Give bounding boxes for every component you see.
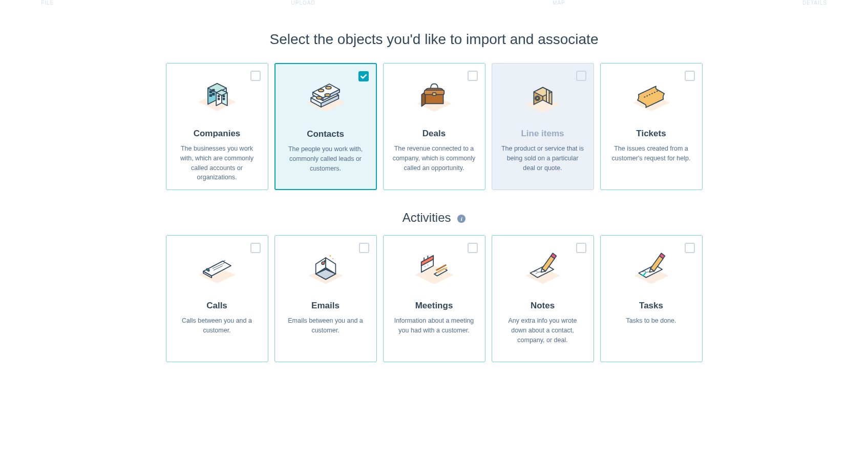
card-calls[interactable]: Calls Calls between you and a customer. <box>166 235 268 362</box>
activities-title: Activities i <box>0 211 868 225</box>
meetings-icon <box>409 245 460 294</box>
step-upload: UPLOAD <box>291 0 315 6</box>
checkbox-emails[interactable] <box>359 243 369 253</box>
card-desc: The product or service that is being sol… <box>500 144 585 173</box>
card-notes[interactable]: Notes Any extra info you wrote down abou… <box>492 235 594 362</box>
activities-row: Calls Calls between you and a customer. <box>0 235 868 362</box>
card-tasks[interactable]: Tasks Tasks to be done. <box>600 235 703 362</box>
card-title: Emails <box>283 301 368 311</box>
checkbox-companies[interactable] <box>250 71 261 81</box>
deals-icon <box>409 73 460 121</box>
card-tickets[interactable]: Tickets The issues created from a custom… <box>600 63 703 190</box>
card-meetings[interactable]: Meetings Information about a meeting you… <box>383 235 485 362</box>
checkbox-tickets[interactable] <box>685 71 695 81</box>
checkbox-deals[interactable] <box>468 71 478 81</box>
card-desc: Emails between you and a customer. <box>283 316 368 336</box>
svg-point-24 <box>316 96 322 99</box>
checkbox-notes[interactable] <box>576 243 586 253</box>
notes-icon <box>517 245 568 294</box>
svg-rect-11 <box>218 95 219 97</box>
card-desc: The people you work with, commonly calle… <box>284 144 368 173</box>
card-desc: Information about a meeting you had with… <box>392 316 477 336</box>
step-map: MAP <box>553 0 565 6</box>
svg-point-37 <box>536 97 538 99</box>
checkbox-calls[interactable] <box>250 243 261 253</box>
card-contacts[interactable]: Contacts The people you work with, commo… <box>274 63 377 190</box>
card-companies[interactable]: Companies The businesses you work with, … <box>166 63 268 190</box>
checkbox-meetings[interactable] <box>468 243 478 253</box>
card-desc: The businesses you work with, which are … <box>175 144 260 182</box>
svg-rect-7 <box>209 91 211 93</box>
card-title: Calls <box>175 301 260 311</box>
card-title: Meetings <box>392 301 477 311</box>
svg-point-54 <box>329 255 331 257</box>
svg-rect-30 <box>432 93 436 95</box>
svg-point-55 <box>332 258 333 259</box>
checkbox-line-items <box>576 71 586 81</box>
contacts-icon <box>300 73 351 122</box>
svg-marker-35 <box>546 89 549 103</box>
svg-rect-9 <box>209 94 211 96</box>
svg-marker-56 <box>415 265 454 284</box>
card-desc: The revenue connected to a company, whic… <box>392 144 477 173</box>
svg-rect-61 <box>424 265 426 267</box>
card-deals[interactable]: Deals The revenue connected to a company… <box>383 63 485 190</box>
tasks-icon <box>626 245 677 294</box>
card-title: Tickets <box>609 129 694 139</box>
svg-rect-14 <box>223 98 224 99</box>
checkbox-tasks[interactable] <box>685 243 695 253</box>
card-line-items: Line items The product or service that i… <box>492 63 594 190</box>
card-title: Contacts <box>284 129 368 139</box>
svg-point-23 <box>326 86 331 89</box>
checkbox-contacts[interactable] <box>358 71 369 81</box>
objects-row: Companies The businesses you work with, … <box>0 63 868 190</box>
line-items-icon <box>517 73 568 121</box>
svg-point-25 <box>325 93 330 96</box>
svg-point-22 <box>318 89 324 91</box>
svg-rect-10 <box>213 93 215 95</box>
card-title: Tasks <box>609 301 694 311</box>
page-title: Select the objects you'd like to import … <box>0 31 868 48</box>
card-title: Deals <box>392 129 477 139</box>
card-emails[interactable]: Emails Emails between you and a customer… <box>274 235 377 362</box>
wizard-steps: FILE UPLOAD MAP DETAILS <box>0 0 868 6</box>
step-file: FILE <box>41 0 54 6</box>
calls-icon <box>192 245 243 294</box>
activities-label: Activities <box>403 211 451 224</box>
card-desc: Any extra info you wrote down about a co… <box>500 316 585 345</box>
card-desc: The issues created from a customer's req… <box>609 144 694 163</box>
card-title: Companies <box>175 129 260 139</box>
step-details: DETAILS <box>802 0 827 6</box>
card-desc: Calls between you and a customer. <box>175 316 260 336</box>
svg-point-53 <box>324 260 325 262</box>
svg-rect-13 <box>223 95 224 97</box>
card-title: Notes <box>500 301 585 311</box>
emails-icon <box>300 245 351 294</box>
svg-rect-8 <box>213 89 215 91</box>
info-icon[interactable]: i <box>457 215 465 223</box>
svg-rect-12 <box>218 98 219 99</box>
card-desc: Tasks to be done. <box>609 316 694 326</box>
tickets-icon <box>626 73 677 121</box>
companies-icon <box>192 73 243 121</box>
card-title: Line items <box>500 129 585 139</box>
svg-rect-62 <box>427 264 429 266</box>
